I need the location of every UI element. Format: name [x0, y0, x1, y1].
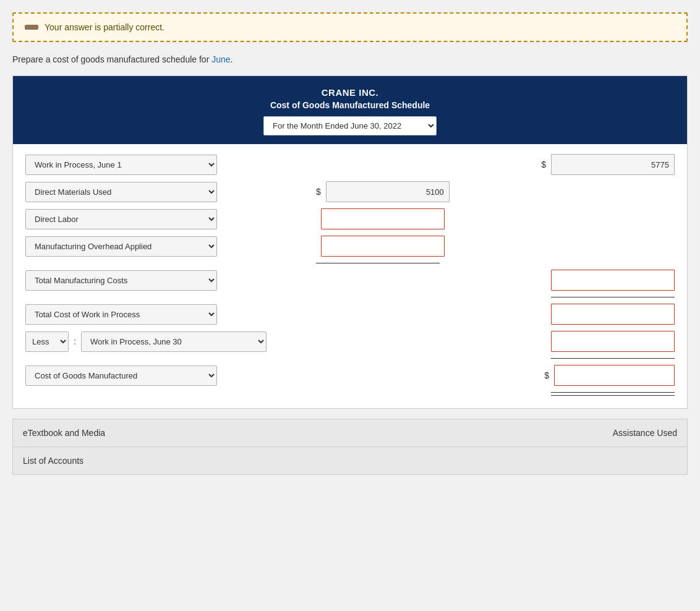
company-name: CRANE INC. — [20, 87, 680, 98]
row-total-wip: Total Cost of Work in Process — [25, 304, 675, 325]
schedule-card: CRANE INC. Cost of Goods Manufactured Sc… — [12, 75, 688, 409]
colon: : — [74, 336, 76, 346]
alert-icon — [25, 25, 38, 30]
direct-materials-label-select[interactable]: Direct Materials Used — [25, 182, 217, 202]
direct-labor-label-col: Direct Labor — [25, 209, 217, 229]
total-wip-value-col — [551, 304, 675, 325]
less-underline — [551, 358, 675, 359]
assistance-label: Assistance Used — [613, 428, 677, 438]
cogm-label-select[interactable]: Cost of Goods Manufactured — [25, 365, 217, 386]
instruction-highlight: June — [211, 54, 230, 64]
row-direct-labor: Direct Labor — [25, 208, 675, 229]
mfg-overhead-value-col — [321, 236, 445, 257]
direct-materials-value-col — [326, 181, 450, 202]
wip-label-col: Work in Process, June 1 — [25, 155, 217, 175]
row-work-in-process: Work in Process, June 1 $ — [25, 154, 675, 175]
total-wip-input[interactable] — [551, 304, 675, 325]
footer-section: eTextbook and Media Assistance Used — [12, 419, 688, 447]
total-mfg-underline-container — [25, 297, 675, 297]
instruction-text: Prepare a cost of goods manufactured sch… — [12, 54, 688, 64]
less-label-select[interactable]: Less — [25, 331, 69, 352]
list-of-accounts[interactable]: List of Accounts — [12, 447, 688, 475]
row-less: Less : Work in Process, June 30 — [25, 331, 675, 352]
cogm-label-col: Cost of Goods Manufactured — [25, 365, 217, 386]
page-container: Your answer is partially correct. Prepar… — [12, 12, 688, 475]
less-input[interactable] — [551, 331, 675, 352]
alert-text: Your answer is partially correct. — [45, 22, 164, 32]
row-total-mfg-costs: Total Manufacturing Costs — [25, 270, 675, 291]
row-direct-materials: Direct Materials Used $ — [25, 181, 675, 202]
wip-label-select[interactable]: Work in Process, June 1 — [25, 155, 217, 175]
less-underline-container — [25, 358, 675, 359]
schedule-title: Cost of Goods Manufactured Schedule — [20, 100, 680, 110]
direct-materials-dollar: $ — [316, 187, 321, 197]
mfg-overhead-label-select[interactable]: Manufacturing Overhead Applied — [25, 236, 217, 257]
cogm-value-col — [554, 365, 675, 386]
total-wip-label-select[interactable]: Total Cost of Work in Process — [25, 304, 217, 325]
total-mfg-input[interactable] — [551, 270, 675, 291]
wip-june30-label-select[interactable]: Work in Process, June 30 — [81, 331, 267, 352]
etextbook-row: eTextbook and Media Assistance Used — [13, 419, 687, 446]
cogm-input[interactable] — [554, 365, 675, 386]
direct-materials-input[interactable] — [326, 181, 450, 202]
direct-materials-label-col: Direct Materials Used — [25, 182, 217, 202]
schedule-body: Work in Process, June 1 $ Direct Materia… — [13, 144, 687, 408]
total-mfg-underline — [551, 297, 675, 297]
row-mfg-overhead: Manufacturing Overhead Applied — [25, 236, 675, 257]
row-cogm: Cost of Goods Manufactured $ — [25, 365, 675, 386]
mfg-overhead-label-col: Manufacturing Overhead Applied — [25, 236, 217, 257]
schedule-header: CRANE INC. Cost of Goods Manufactured Sc… — [13, 76, 687, 144]
total-mfg-label-col: Total Manufacturing Costs — [25, 270, 217, 291]
period-select[interactable]: For the Month Ended June 30, 2022 — [263, 116, 437, 135]
cogm-double-underline-container — [25, 395, 675, 396]
cogm-underline-container — [25, 392, 675, 393]
wip-value-input[interactable] — [551, 154, 675, 175]
total-mfg-label-select[interactable]: Total Manufacturing Costs — [25, 270, 217, 291]
cogm-underline2 — [551, 395, 675, 396]
period-select-wrapper: For the Month Ended June 30, 2022 — [20, 116, 680, 135]
alert-box: Your answer is partially correct. — [12, 12, 688, 42]
direct-labor-value-col — [321, 208, 445, 229]
direct-labor-label-select[interactable]: Direct Labor — [25, 209, 217, 229]
list-of-accounts-label: List of Accounts — [23, 456, 83, 466]
cogm-dollar: $ — [544, 370, 549, 380]
overhead-underline-container — [25, 263, 675, 263]
total-mfg-value-col — [551, 270, 675, 291]
etextbook-label: eTextbook and Media — [23, 428, 105, 438]
mfg-overhead-input[interactable] — [321, 236, 445, 257]
wip-dollar: $ — [541, 160, 546, 169]
overhead-underline — [316, 263, 440, 263]
total-wip-label-col: Total Cost of Work in Process — [25, 304, 217, 325]
wip-value-col — [551, 154, 675, 175]
less-value-col — [551, 331, 675, 352]
cogm-underline1 — [551, 392, 675, 393]
direct-labor-input[interactable] — [321, 208, 445, 229]
